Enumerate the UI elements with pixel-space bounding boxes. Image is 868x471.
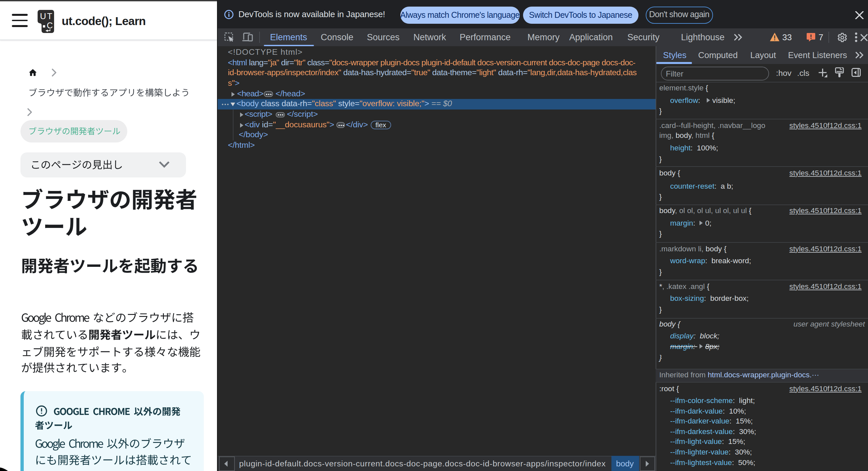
svg-text:UT: UT — [39, 11, 53, 21]
svg-text:C: C — [46, 21, 53, 30]
